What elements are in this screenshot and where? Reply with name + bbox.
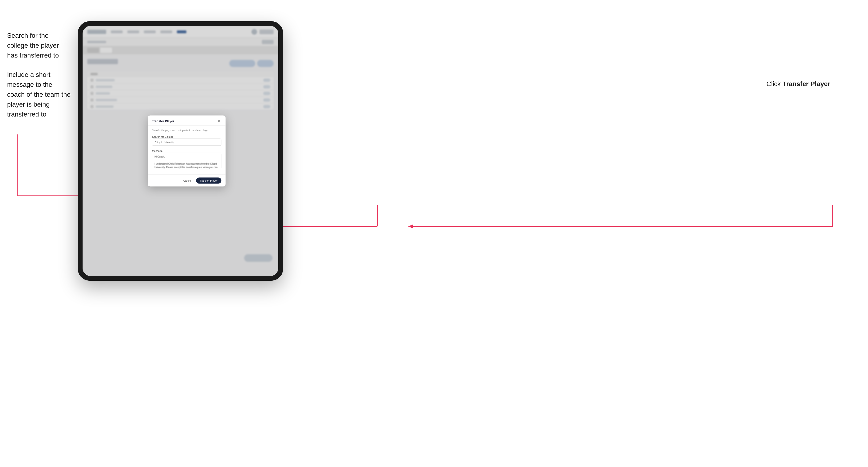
- annotation-message-text: Include a short message to the coach of …: [7, 70, 71, 119]
- message-textarea[interactable]: Hi Coach, I understand Chris Robertson h…: [152, 153, 221, 169]
- modal-footer: Cancel Transfer Player: [148, 175, 225, 187]
- transfer-player-modal: Transfer Player ✕ Transfer the player an…: [148, 116, 225, 187]
- modal-header: Transfer Player ✕: [148, 116, 225, 126]
- tablet-frame: Transfer Player ✕ Transfer the player an…: [78, 21, 283, 281]
- message-label: Message: [152, 150, 162, 152]
- modal-title: Transfer Player: [152, 119, 174, 123]
- tablet-screen: Transfer Player ✕ Transfer the player an…: [83, 26, 278, 276]
- annotation-transfer-bold: Transfer Player: [783, 80, 830, 88]
- modal-subtitle: Transfer the player and their profile to…: [152, 129, 221, 132]
- modal-body: Transfer the player and their profile to…: [148, 126, 225, 175]
- svg-marker-8: [408, 224, 413, 228]
- annotation-search-text: Search for the college the player has tr…: [7, 31, 71, 60]
- modal-close-button[interactable]: ✕: [217, 119, 221, 123]
- annotation-click-text: Click: [766, 80, 781, 88]
- search-college-label: Search for College: [152, 135, 173, 138]
- search-college-input[interactable]: [152, 139, 221, 146]
- annotation-right: Click Transfer Player: [766, 80, 830, 88]
- transfer-player-button[interactable]: Transfer Player: [196, 178, 221, 184]
- cancel-button[interactable]: Cancel: [181, 178, 194, 184]
- annotation-left: Search for the college the player has tr…: [7, 31, 71, 129]
